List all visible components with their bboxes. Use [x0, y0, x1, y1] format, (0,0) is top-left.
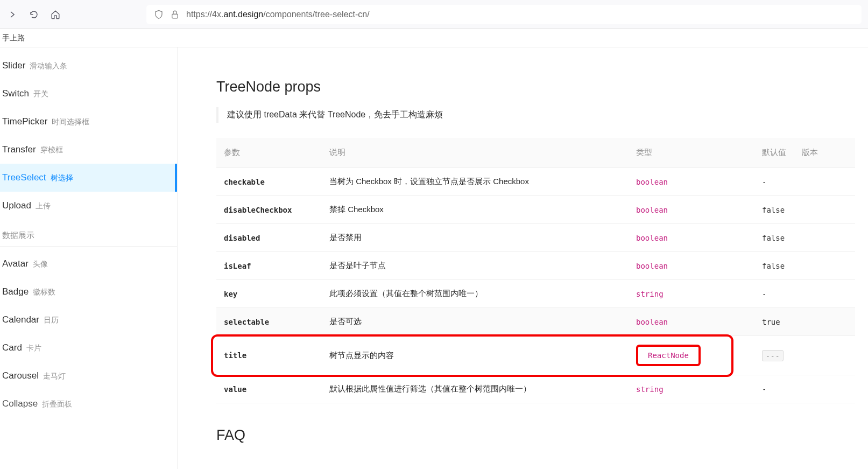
cell-param: selectable — [216, 308, 322, 336]
lock-icon — [170, 10, 180, 19]
sidebar-item-label-cn: 树选择 — [51, 173, 73, 183]
cell-default: --- — [754, 336, 794, 375]
cell-version — [794, 252, 855, 280]
table-row: disableCheckbox 禁掉 Checkbox boolean fals… — [216, 196, 855, 224]
sidebar-item-label-en: Upload — [2, 200, 31, 211]
sidebar-item-label-cn: 头像 — [33, 260, 48, 269]
sidebar-item-label-en: Carousel — [2, 370, 39, 381]
sidebar-item-label-cn: 滑动输入条 — [30, 61, 67, 71]
sidebar-item-carousel[interactable]: Carousel 走马灯 — [0, 362, 177, 390]
cell-desc: 树节点显示的内容 — [322, 336, 629, 375]
cell-type: ReactNode — [629, 336, 754, 375]
cell-version — [794, 308, 855, 336]
section-title: TreeNode props — [216, 79, 855, 95]
url-text: https://4x.ant.design/components/tree-se… — [186, 10, 854, 19]
cell-param: checkable — [216, 168, 322, 196]
cell-version — [794, 336, 855, 375]
sidebar-item-collapse[interactable]: Collapse 折叠面板 — [0, 390, 177, 418]
home-button[interactable] — [50, 9, 61, 20]
sidebar: Slider 滑动输入条 Switch 开关 TimePicker 时间选择框 … — [0, 47, 178, 469]
sidebar-item-timepicker[interactable]: TimePicker 时间选择框 — [0, 108, 177, 136]
cell-param: disabled — [216, 224, 322, 252]
sidebar-item-label-en: Calendar — [2, 314, 39, 325]
cell-type: boolean — [629, 308, 754, 336]
cell-version — [794, 168, 855, 196]
sidebar-item-card[interactable]: Card 卡片 — [0, 334, 177, 362]
default-pill: --- — [762, 350, 784, 361]
sidebar-item-badge[interactable]: Badge 徽标数 — [0, 278, 177, 306]
cell-desc: 是否可选 — [322, 308, 629, 336]
sidebar-item-label-cn: 卡片 — [26, 344, 41, 353]
cell-default: false — [754, 196, 794, 224]
sidebar-item-transfer[interactable]: Transfer 穿梭框 — [0, 136, 177, 164]
table-row: value 默认根据此属性值进行筛选（其值在整个树范围内唯一） string - — [216, 375, 855, 403]
cell-version — [794, 280, 855, 308]
reload-button[interactable] — [28, 9, 40, 20]
sidebar-item-label-cn: 上传 — [36, 201, 51, 211]
sidebar-item-calendar[interactable]: Calendar 日历 — [0, 306, 177, 334]
sidebar-item-label-cn: 折叠面板 — [42, 400, 72, 409]
cell-param: disableCheckbox — [216, 196, 322, 224]
cell-type: string — [629, 375, 754, 403]
shield-icon — [154, 10, 164, 19]
forward-button[interactable] — [6, 9, 18, 20]
sidebar-item-label-cn: 穿梭框 — [40, 145, 63, 155]
table-row: isLeaf 是否是叶子节点 boolean false — [216, 252, 855, 280]
table-header-row: 参数 说明 类型 默认值 版本 — [216, 138, 855, 168]
sidebar-group-title: 数据展示 — [0, 220, 177, 247]
content: TreeNode props 建议使用 treeData 来代替 TreeNod… — [178, 47, 868, 469]
cell-type: boolean — [629, 252, 754, 280]
cell-param: key — [216, 280, 322, 308]
sidebar-item-label-cn: 徽标数 — [33, 288, 55, 297]
cell-desc: 是否禁用 — [322, 224, 629, 252]
cell-param: value — [216, 375, 322, 403]
sidebar-item-label-en: Avatar — [2, 258, 29, 269]
table-header-version: 版本 — [794, 138, 855, 168]
api-table: 参数 说明 类型 默认值 版本 checkable 当树为 Checkbox 时… — [216, 138, 855, 403]
browser-toolbar: https://4x.ant.design/components/tree-se… — [0, 0, 868, 29]
sidebar-item-label-cn: 开关 — [33, 89, 48, 99]
cell-default: - — [754, 280, 794, 308]
url-bar[interactable]: https://4x.ant.design/components/tree-se… — [146, 5, 862, 24]
sidebar-item-label-en: Transfer — [2, 144, 36, 155]
cell-default: false — [754, 252, 794, 280]
sidebar-item-treeselect[interactable]: TreeSelect 树选择 — [0, 164, 177, 192]
cell-desc: 此项必须设置（其值在整个树范围内唯一） — [322, 280, 629, 308]
table-header-default: 默认值 — [754, 138, 794, 168]
cell-default: true — [754, 308, 794, 336]
cell-desc: 当树为 Checkbox 时，设置独立节点是否展示 Checkbox — [322, 168, 629, 196]
sidebar-item-switch[interactable]: Switch 开关 — [0, 80, 177, 108]
cell-default: - — [754, 168, 794, 196]
sidebar-item-slider[interactable]: Slider 滑动输入条 — [0, 52, 177, 80]
cell-type: string — [629, 280, 754, 308]
cell-desc: 是否是叶子节点 — [322, 252, 629, 280]
cell-type: boolean — [629, 196, 754, 224]
sidebar-item-label-en: Slider — [2, 60, 25, 71]
bookmark-bar: 手上路 — [0, 29, 868, 47]
svg-rect-0 — [172, 14, 178, 18]
sidebar-item-label-en: Card — [2, 342, 22, 353]
note-block: 建议使用 treeData 来代替 TreeNode，免去手工构造麻烦 — [216, 107, 855, 123]
table-row: selectable 是否可选 boolean true — [216, 308, 855, 336]
sidebar-item-label-cn: 走马灯 — [43, 372, 66, 381]
cell-desc: 默认根据此属性值进行筛选（其值在整个树范围内唯一） — [322, 375, 629, 403]
cell-desc: 禁掉 Checkbox — [322, 196, 629, 224]
sidebar-item-upload[interactable]: Upload 上传 — [0, 192, 177, 220]
sidebar-item-label-cn: 时间选择框 — [52, 117, 89, 127]
cell-version — [794, 375, 855, 403]
cell-param: title — [216, 336, 322, 375]
cell-param: isLeaf — [216, 252, 322, 280]
bookmark-item[interactable]: 手上路 — [2, 33, 25, 43]
cell-version — [794, 196, 855, 224]
sidebar-item-label-en: TimePicker — [2, 116, 47, 127]
faq-title: FAQ — [216, 427, 855, 444]
table-row: key 此项必须设置（其值在整个树范围内唯一） string - — [216, 280, 855, 308]
table-row-highlighted: title 树节点显示的内容 ReactNode --- — [216, 336, 855, 375]
cell-type: boolean — [629, 224, 754, 252]
cell-version — [794, 224, 855, 252]
sidebar-item-avatar[interactable]: Avatar 头像 — [0, 250, 177, 278]
cell-default: false — [754, 224, 794, 252]
table-header-type: 类型 — [629, 138, 754, 168]
table-header-desc: 说明 — [322, 138, 629, 168]
cell-type: boolean — [629, 168, 754, 196]
